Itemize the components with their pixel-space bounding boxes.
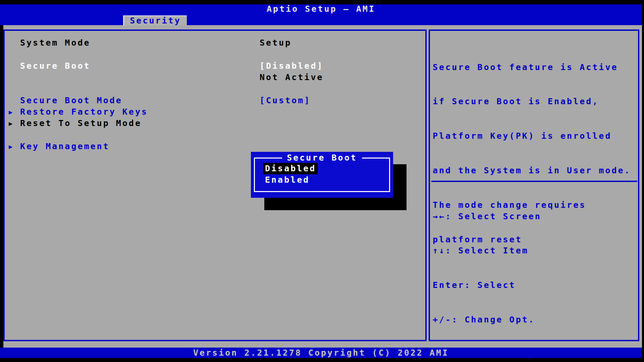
- secure-boot-mode-label: Secure Boot Mode: [20, 95, 122, 106]
- help-line: Platform Key(PK) is enrolled: [433, 130, 631, 142]
- secure-boot-dialog: Secure Boot Disabled Enabled: [251, 152, 393, 198]
- dialog-option-enabled[interactable]: Enabled: [265, 174, 318, 186]
- dialog-options: Disabled Enabled: [265, 163, 318, 186]
- submenu-arrow-icon: ▶: [9, 106, 12, 118]
- tab-security[interactable]: Security: [123, 15, 187, 25]
- hotkey-select-screen: →←: Select Screen: [433, 211, 573, 222]
- help-panel: Secure Boot feature is Active if Secure …: [429, 29, 639, 341]
- menu-row-system-mode: System Mode Setup: [5, 37, 425, 49]
- hotkey-enter-select: Enter: Select: [433, 280, 573, 291]
- page-title: Aptio Setup — AMI: [0, 3, 642, 15]
- menu-row-secure-boot[interactable]: Secure Boot [Disabled]: [5, 60, 425, 72]
- secure-boot-label: Secure Boot: [20, 60, 91, 72]
- menu-row-restore-factory-keys[interactable]: ▶ Restore Factory Keys: [5, 106, 425, 118]
- dialog-option-disabled[interactable]: Disabled: [263, 163, 318, 174]
- secure-boot-value: [Disabled]: [260, 60, 324, 72]
- hotkey-change-opt: +/-: Change Opt.: [433, 314, 573, 325]
- hotkey-select-item: ↑↓: Select Item: [433, 245, 573, 256]
- footer-version-bar: Version 2.21.1278 Copyright (C) 2022 AMI: [0, 348, 642, 358]
- menu-row-secure-boot-status: Not Active: [5, 72, 425, 83]
- menu-row-secure-boot-mode[interactable]: Secure Boot Mode [Custom]: [5, 95, 425, 106]
- help-panel-divider: [431, 181, 637, 182]
- restore-factory-keys-label: Restore Factory Keys: [20, 106, 148, 118]
- secure-boot-status: Not Active: [260, 72, 324, 83]
- system-mode-value: Setup: [260, 37, 291, 49]
- secure-boot-mode-value: [Custom]: [260, 95, 311, 106]
- submenu-arrow-icon: ▶: [9, 118, 12, 129]
- menu-row-reset-to-setup-mode[interactable]: ▶ Reset To Setup Mode: [5, 118, 425, 129]
- key-management-label: Key Management: [20, 141, 110, 152]
- dialog-title: Secure Boot: [282, 153, 362, 163]
- hotkey-legend: →←: Select Screen ↑↓: Select Item Enter:…: [433, 188, 573, 362]
- system-mode-label: System Mode: [20, 37, 91, 49]
- help-line: Secure Boot feature is Active: [433, 62, 631, 73]
- submenu-arrow-icon: ▶: [9, 141, 12, 152]
- help-line: if Secure Boot is Enabled,: [433, 96, 631, 107]
- help-line: and the System is in User mode.: [433, 165, 631, 176]
- menu-row-key-management[interactable]: ▶ Key Management: [5, 141, 425, 152]
- reset-to-setup-mode-label: Reset To Setup Mode: [20, 118, 142, 129]
